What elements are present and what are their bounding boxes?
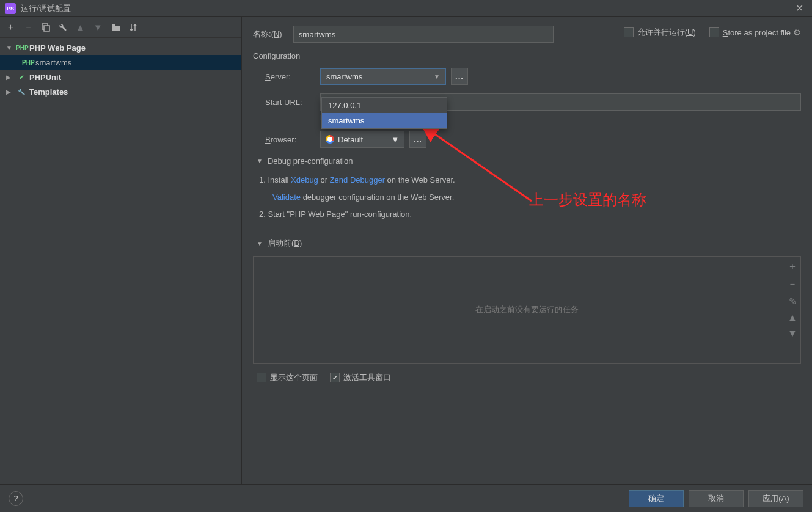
allow-parallel-label: 允许并行运行(U) [637, 27, 696, 38]
move-task-up-icon[interactable]: ▲ [788, 312, 797, 323]
left-panel: ＋ － ▲ ▼ ▼ PHP PHP Web Page [0, 17, 242, 484]
move-down-icon: ▼ [93, 22, 103, 32]
before-launch-header[interactable]: ▼ 启动前(B) [253, 238, 801, 249]
before-launch-empty-text: 在启动之前没有要运行的任务 [475, 304, 579, 315]
folder-icon[interactable] [111, 23, 120, 31]
debug-preconfig-header[interactable]: ▼ Debug pre-configuration [253, 156, 801, 166]
window-title: 运行/调试配置 [21, 3, 792, 14]
browser-browse-button[interactable]: ... [409, 131, 426, 148]
checkbox-unchecked[interactable] [709, 27, 719, 37]
url-label: Start URL: [265, 98, 320, 107]
server-select[interactable]: smartwms ▼ [320, 68, 446, 85]
close-icon[interactable]: ✕ [792, 2, 807, 14]
server-dropdown: 127.0.0.1 smartwms [321, 97, 447, 129]
checkbox-checked[interactable] [330, 373, 340, 382]
php-globe-icon: PHP [16, 45, 27, 51]
before-launch-list: 在启动之前没有要运行的任务 ＋ － ✎ ▲ ▼ [253, 256, 801, 364]
chevron-right-icon: ▶ [6, 74, 13, 81]
phpstorm-app-icon: PS [5, 3, 16, 14]
show-this-page-option[interactable]: 显示这个页面 [257, 372, 318, 383]
add-config-icon[interactable]: ＋ [6, 21, 15, 33]
server-browse-button[interactable]: ... [451, 68, 468, 85]
before-launch-label: 启动前(B) [268, 238, 302, 249]
server-label: Server: [265, 72, 320, 81]
remove-config-icon[interactable]: － [24, 21, 33, 33]
server-select-value: smartwms [326, 72, 362, 81]
help-button[interactable]: ? [9, 491, 23, 506]
add-task-icon[interactable]: ＋ [788, 260, 797, 273]
cancel-button[interactable]: 取消 [689, 490, 744, 507]
gear-icon[interactable]: ⚙ [793, 27, 801, 37]
chevron-down-icon: ▼ [6, 45, 13, 51]
before-launch-tools: ＋ － ✎ ▲ ▼ [785, 257, 800, 339]
activate-toolwindow-label: 激活工具窗口 [343, 372, 391, 383]
right-panel: 名称:(N) 允许并行运行(U) Store as project file ⚙… [242, 17, 812, 484]
tree-item-phpwebpage[interactable]: ▼ PHP PHP Web Page [0, 40, 241, 55]
edit-task-icon[interactable]: ✎ [789, 296, 797, 307]
tree-label: PHP Web Page [29, 43, 86, 53]
store-project-label: Store as project file [723, 28, 791, 37]
chevron-right-icon: ▶ [6, 89, 13, 95]
allow-parallel-option[interactable]: 允许并行运行(U) [624, 27, 696, 38]
apply-button[interactable]: 应用(A) [748, 490, 803, 507]
checkbox-unchecked[interactable] [257, 373, 266, 382]
config-tree: ▼ PHP PHP Web Page PHP smartwms ▶ ✔ PHPU… [0, 38, 241, 484]
store-project-option[interactable]: Store as project file ⚙ [709, 27, 801, 37]
name-label: 名称:(N) [253, 29, 282, 40]
config-name-input[interactable] [293, 26, 554, 43]
show-page-label: 显示这个页面 [270, 372, 318, 383]
tree-item-smartwms[interactable]: PHP smartwms [0, 55, 241, 70]
dropdown-item-smartwms[interactable]: smartwms [322, 113, 447, 128]
debug-preconfig-body: 1. Install Xdebug or Zend Debugger on th… [253, 172, 801, 223]
browser-select[interactable]: Default ▼ [320, 131, 404, 148]
tree-item-phpunit[interactable]: ▶ ✔ PHPUnit [0, 70, 241, 84]
copy-config-icon[interactable] [42, 23, 50, 32]
title-bar: PS 运行/调试配置 ✕ [0, 0, 812, 17]
ok-button[interactable]: 确定 [629, 490, 684, 507]
templates-wrench-icon: 🔧 [16, 89, 27, 95]
checkbox-unchecked[interactable] [624, 27, 634, 37]
wrench-icon[interactable] [59, 23, 67, 32]
caret-down-icon: ▼ [434, 73, 440, 80]
configuration-section-header: Configuration [253, 51, 801, 60]
chevron-down-icon: ▼ [257, 240, 263, 247]
php-globe-icon: PHP [22, 59, 33, 66]
sort-icon[interactable] [129, 23, 137, 32]
browser-select-value: Default [338, 135, 363, 144]
xdebug-link[interactable]: Xdebug [291, 175, 318, 185]
chrome-icon [326, 135, 334, 144]
debug-preconfig-label: Debug pre-configuration [268, 156, 353, 166]
activate-tool-window-option[interactable]: 激活工具窗口 [330, 372, 391, 383]
caret-down-icon: ▼ [391, 135, 399, 144]
move-up-icon: ▲ [76, 22, 85, 32]
config-toolbar: ＋ － ▲ ▼ [0, 17, 241, 38]
tree-label: Templates [29, 87, 68, 97]
dialog-footer: ? 确定 取消 应用(A) [0, 484, 812, 512]
tree-item-templates[interactable]: ▶ 🔧 Templates [0, 84, 241, 99]
zend-debugger-link[interactable]: Zend Debugger [330, 175, 385, 185]
chevron-down-icon: ▼ [257, 158, 263, 164]
tree-label: PHPUnit [29, 73, 61, 82]
dropdown-item-127[interactable]: 127.0.0.1 [322, 98, 447, 113]
browser-label: Browser: [265, 135, 320, 144]
remove-task-icon[interactable]: － [788, 278, 797, 291]
move-task-down-icon[interactable]: ▼ [788, 328, 797, 339]
validate-link[interactable]: Validate [272, 192, 301, 202]
phpunit-icon: ✔ [16, 74, 27, 81]
svg-rect-1 [44, 26, 49, 31]
tree-label: smartwms [35, 58, 71, 67]
